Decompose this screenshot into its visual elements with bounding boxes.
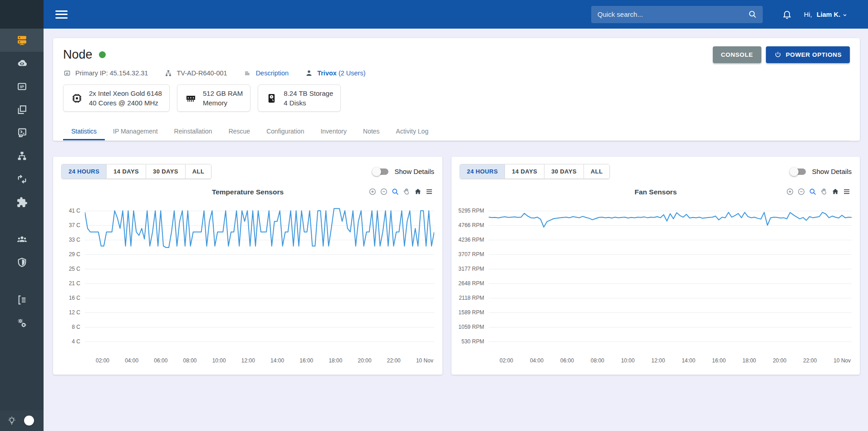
temperature-sensors-line <box>85 203 434 353</box>
box-zoom-icon[interactable] <box>809 188 817 196</box>
hostname-value: TV-AD-R640-001 <box>177 69 227 77</box>
range-button-24-hours[interactable]: 24 HOURS <box>62 164 106 178</box>
sidebar-item-extensions[interactable] <box>0 191 44 214</box>
pan-icon[interactable] <box>402 188 411 196</box>
search-icon[interactable] <box>748 10 757 19</box>
home-icon[interactable] <box>414 188 422 196</box>
range-toggle-group: 24 HOURS14 DAYS30 DAYSALL <box>460 164 610 179</box>
plot-area[interactable] <box>85 203 434 353</box>
y-axis-labels: 41 C37 C33 C29 C25 C21 C16 C12 C8 C4 C <box>61 203 85 353</box>
y-tick-label: 29 C <box>69 251 80 258</box>
y-tick-label: 3707 RPM <box>458 251 484 258</box>
range-button-all[interactable]: ALL <box>584 164 609 178</box>
zoom-in-icon[interactable] <box>368 188 377 196</box>
x-tick-label: 20:00 <box>358 357 372 364</box>
extensions-icon <box>16 197 28 208</box>
menu-icon[interactable] <box>55 8 68 20</box>
person-icon <box>305 69 313 77</box>
range-button-14-days[interactable]: 14 DAYS <box>505 164 544 178</box>
range-button-all[interactable]: ALL <box>185 164 211 178</box>
sidebar-item-network[interactable] <box>0 144 44 168</box>
box-zoom-icon[interactable] <box>391 188 399 196</box>
theme-toggle[interactable] <box>24 416 34 426</box>
memory-spec-line2: Memory <box>203 98 243 108</box>
zoom-in-icon[interactable] <box>786 188 794 196</box>
show-details-label: Show Details <box>812 168 852 175</box>
y-tick-label: 4 C <box>72 338 80 345</box>
tab-notes[interactable]: Notes <box>355 121 388 140</box>
sidebar-item-templates[interactable] <box>0 98 44 121</box>
y-tick-label: 2118 RPM <box>459 295 484 301</box>
x-tick-label: 20:00 <box>773 357 786 364</box>
y-tick-label: 1589 RPM <box>458 309 484 316</box>
x-tick-label: 10:00 <box>621 357 635 364</box>
plot-menu-icon[interactable] <box>425 188 433 196</box>
plot-area[interactable] <box>489 203 852 353</box>
pan-icon[interactable] <box>820 188 828 196</box>
owner-item[interactable]: Trivox (2 Users) <box>305 69 365 77</box>
logs-icon <box>16 294 28 306</box>
svg-text:IP: IP <box>20 84 24 89</box>
sidebar: IP <box>0 0 44 431</box>
sidebar-item-ip-management[interactable]: IP <box>0 75 44 98</box>
sidebar-item-servers[interactable] <box>0 29 44 52</box>
home-icon[interactable] <box>831 188 839 196</box>
range-button-24-hours[interactable]: 24 HOURS <box>460 164 505 178</box>
hostname-item: TV-AD-R640-001 <box>164 69 227 77</box>
tab-configuration[interactable]: Configuration <box>258 121 312 140</box>
tab-activity-log[interactable]: Activity Log <box>388 121 437 140</box>
owner-link[interactable]: Trivox (2 Users) <box>317 69 365 77</box>
ip-badge-icon: IP <box>63 69 71 77</box>
bell-icon[interactable] <box>782 9 792 20</box>
tab-rescue[interactable]: Rescue <box>221 121 258 140</box>
cloud-api-icon <box>16 58 28 69</box>
sidebar-divider <box>0 274 44 288</box>
description-link[interactable]: Description <box>256 69 289 77</box>
switch-thumb <box>790 167 799 176</box>
show-details-switch[interactable] <box>373 168 388 175</box>
remote-console-icon <box>16 127 28 139</box>
range-button-14-days[interactable]: 14 DAYS <box>106 164 146 178</box>
range-button-30-days[interactable]: 30 DAYS <box>544 164 584 178</box>
sidebar-item-cloud-api[interactable] <box>0 52 44 75</box>
sidebar-item-users[interactable] <box>0 228 44 251</box>
user-menu[interactable]: Hi, Liam K. <box>804 11 848 18</box>
description-item[interactable]: Description <box>244 69 289 77</box>
y-tick-label: 2648 RPM <box>458 280 484 287</box>
zoom-out-icon[interactable] <box>797 188 805 196</box>
sidebar-footer <box>0 410 44 431</box>
storage-spec-line2: 4 Disks <box>284 98 333 108</box>
sidebar-item-remote-console[interactable] <box>0 121 44 144</box>
sidebar-item-automation[interactable] <box>0 168 44 191</box>
tab-reinstallation[interactable]: Reinstallation <box>166 121 221 140</box>
x-tick-label: 04:00 <box>125 357 138 364</box>
ip-addresses-icon: IP <box>16 81 28 92</box>
console-button[interactable]: CONSOLE <box>713 46 761 63</box>
x-tick-label: 18:00 <box>329 357 342 364</box>
x-tick-label: 02:00 <box>500 357 513 364</box>
console-button-label: CONSOLE <box>721 51 753 58</box>
topbar: Hi, Liam K. <box>44 0 868 29</box>
status-online-dot <box>99 51 106 58</box>
x-tick-label: 10 Nov <box>834 357 851 364</box>
tab-ip-management[interactable]: IP Management <box>105 121 166 140</box>
settings-icon <box>16 317 28 329</box>
zoom-out-icon[interactable] <box>380 188 388 196</box>
tab-statistics[interactable]: Statistics <box>63 121 105 140</box>
x-tick-label: 04:00 <box>530 357 544 364</box>
sidebar-item-settings[interactable] <box>0 312 44 335</box>
switch-thumb <box>372 167 381 176</box>
x-tick-label: 02:00 <box>96 357 109 364</box>
tab-inventory[interactable]: Inventory <box>312 121 355 140</box>
range-button-30-days[interactable]: 30 DAYS <box>146 164 185 178</box>
show-details-switch[interactable] <box>791 168 806 175</box>
power-options-button[interactable]: POWER OPTIONS <box>766 46 850 63</box>
users-icon <box>16 234 28 245</box>
x-tick-label: 10:00 <box>212 357 226 364</box>
x-tick-label: 14:00 <box>682 357 695 364</box>
sidebar-item-security[interactable] <box>0 251 44 274</box>
plot-menu-icon[interactable] <box>843 188 851 196</box>
disk-icon <box>265 92 278 104</box>
search-input[interactable] <box>597 10 748 19</box>
sidebar-item-logs[interactable] <box>0 288 44 312</box>
